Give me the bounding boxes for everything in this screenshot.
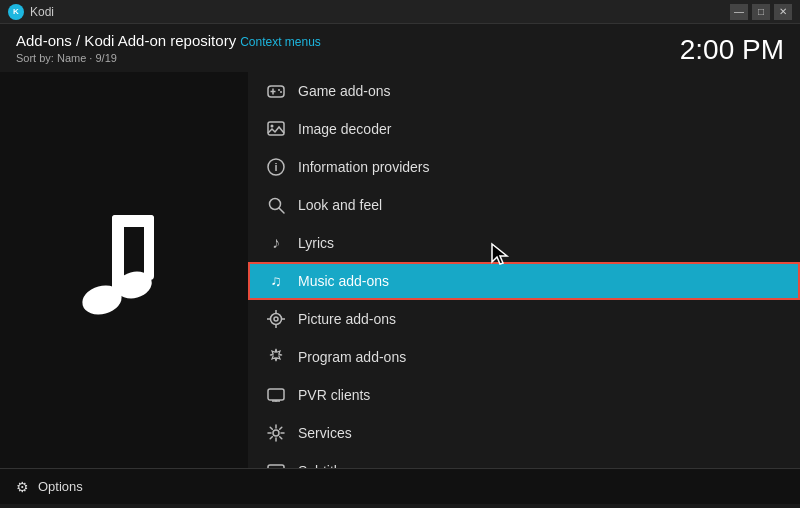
options-label: Options	[38, 479, 83, 494]
list-item-program-add-ons[interactable]: Program add-ons	[248, 338, 800, 376]
list-item-music-add-ons[interactable]: ♫Music add-ons	[248, 262, 800, 300]
left-panel	[0, 72, 248, 468]
svg-point-9	[280, 91, 282, 93]
lyrics-icon: ♪	[264, 231, 288, 255]
item-label-services: Services	[298, 425, 352, 441]
item-label-look-and-feel: Look and feel	[298, 197, 382, 213]
list-item-image-decoder[interactable]: Image decoder	[248, 110, 800, 148]
list-panel: Game add-onsImage decoderiInformation pr…	[248, 72, 800, 468]
svg-rect-10	[268, 122, 284, 135]
item-label-pvr-clients: PVR clients	[298, 387, 370, 403]
list-item-picture-add-ons[interactable]: Picture add-ons	[248, 300, 800, 338]
look-and-feel-icon	[264, 193, 288, 217]
title-bar-title: Kodi	[30, 5, 54, 19]
options-button[interactable]: ⚙ Options	[12, 477, 83, 497]
svg-line-15	[279, 208, 284, 213]
sort-info: Sort by: Name · 9/19	[16, 52, 321, 64]
image-decoder-icon	[264, 117, 288, 141]
music-note-icon	[54, 205, 194, 335]
list-item-subtitles[interactable]: Subtitles	[248, 452, 800, 468]
svg-text:i: i	[274, 161, 277, 173]
title-bar-controls[interactable]: — □ ✕	[730, 4, 792, 20]
program-add-ons-icon	[264, 345, 288, 369]
list-item-lyrics[interactable]: ♪Lyrics	[248, 224, 800, 262]
svg-point-27	[273, 430, 279, 436]
svg-rect-28	[268, 465, 284, 468]
breadcrumb-text: Add-ons / Kodi Add-on repositoryContext …	[16, 32, 321, 49]
information-providers-icon: i	[264, 155, 288, 179]
item-label-program-add-ons: Program add-ons	[298, 349, 406, 365]
breadcrumb: Add-ons / Kodi Add-on repositoryContext …	[16, 32, 321, 50]
list-item-information-providers[interactable]: iInformation providers	[248, 148, 800, 186]
services-icon	[264, 421, 288, 445]
context-menu-label: Context menus	[240, 35, 321, 49]
item-label-picture-add-ons: Picture add-ons	[298, 311, 396, 327]
list-item-pvr-clients[interactable]: PVR clients	[248, 376, 800, 414]
svg-text:♪: ♪	[272, 234, 280, 251]
pvr-clients-icon	[264, 383, 288, 407]
clock: 2:00 PM	[680, 34, 784, 66]
svg-point-8	[278, 89, 280, 91]
item-label-information-providers: Information providers	[298, 159, 430, 175]
list-item-look-and-feel[interactable]: Look and feel	[248, 186, 800, 224]
svg-point-18	[271, 314, 282, 325]
minimize-button[interactable]: —	[730, 4, 748, 20]
svg-point-11	[271, 125, 274, 128]
svg-rect-24	[268, 389, 284, 400]
item-label-subtitles: Subtitles	[298, 463, 352, 468]
item-label-image-decoder: Image decoder	[298, 121, 391, 137]
item-label-game-add-ons: Game add-ons	[298, 83, 391, 99]
subtitles-icon	[264, 459, 288, 468]
close-button[interactable]: ✕	[774, 4, 792, 20]
game-add-ons-icon	[264, 79, 288, 103]
svg-point-19	[274, 317, 278, 321]
list-item-services[interactable]: Services	[248, 414, 800, 452]
bottom-bar: ⚙ Options	[0, 468, 800, 504]
header: Add-ons / Kodi Add-on repositoryContext …	[0, 24, 800, 72]
title-bar-left: K Kodi	[8, 4, 54, 20]
item-label-lyrics: Lyrics	[298, 235, 334, 251]
music-add-ons-icon: ♫	[264, 269, 288, 293]
title-bar: K Kodi — □ ✕	[0, 0, 800, 24]
item-label-music-add-ons: Music add-ons	[298, 273, 389, 289]
picture-add-ons-icon	[264, 307, 288, 331]
svg-text:♫: ♫	[270, 272, 281, 289]
kodi-logo: K	[8, 4, 24, 20]
main-content: Game add-onsImage decoderiInformation pr…	[0, 72, 800, 468]
maximize-button[interactable]: □	[752, 4, 770, 20]
list-item-game-add-ons[interactable]: Game add-ons	[248, 72, 800, 110]
svg-rect-2	[112, 215, 154, 227]
header-left: Add-ons / Kodi Add-on repositoryContext …	[16, 32, 321, 64]
options-icon: ⚙	[12, 477, 32, 497]
